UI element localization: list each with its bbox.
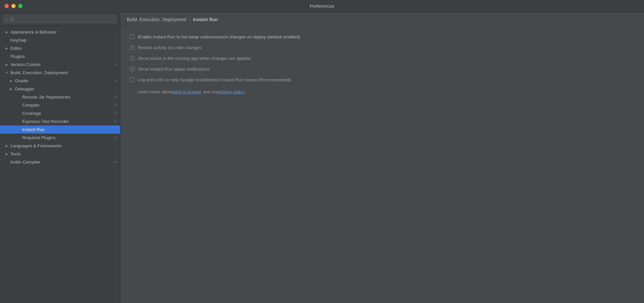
sidebar-item-espresso-test-recorder[interactable]: Espresso Test Recorder ⧉ (0, 117, 120, 125)
breadcrumb-current: Instant Run (193, 17, 218, 22)
chevron-right-icon: ▶ (5, 152, 9, 156)
checkbox-wrapper (130, 56, 135, 60)
option-log-extra-info: Log extra info to help Google troublesho… (130, 77, 634, 83)
enable-instant-run-label: Enable Instant Run to hot swap code/reso… (138, 34, 300, 40)
learn-more-middle: , and our (201, 89, 218, 94)
sidebar-item-label: Remote Jar Repositories (22, 95, 71, 99)
chevron-right-icon: ▶ (9, 87, 14, 91)
copy-icon: ⧉ (114, 95, 117, 99)
search-bar: ⌕ (0, 12, 120, 26)
show-status-notifications-checkbox[interactable] (130, 67, 135, 71)
chevron-right-icon: ▶ (5, 62, 9, 67)
copy-icon: ⧉ (114, 79, 117, 83)
restart-activity-label: Restart activity on code changes (138, 45, 201, 51)
content-body: Enable Instant Run to hot swap code/reso… (120, 26, 644, 303)
sidebar-item-gradle[interactable]: ▶ Gradle ⧉ (0, 77, 120, 85)
sidebar-item-required-plugins[interactable]: Required Plugins ⧉ (0, 134, 120, 142)
maximize-button[interactable] (18, 4, 22, 8)
checkbox-wrapper (130, 34, 135, 39)
content-area: Build, Execution, Deployment › Instant R… (120, 12, 644, 303)
chevron-right-icon: ▶ (5, 30, 9, 34)
chevron-placeholder (5, 160, 9, 165)
sidebar-item-keymap[interactable]: Keymap (0, 36, 120, 44)
chevron-placeholder (5, 54, 9, 59)
sidebar-item-label: Appearance & Behavior (10, 30, 57, 34)
sidebar-item-coverage[interactable]: Coverage ⧉ (0, 109, 120, 117)
sidebar-item-debugger[interactable]: ▶ Debugger (0, 85, 120, 93)
sidebar-item-compiler[interactable]: Compiler ⧉ (0, 101, 120, 109)
sidebar-item-tools[interactable]: ▶ Tools (0, 150, 120, 158)
sidebar-item-label: Plugins (10, 54, 25, 59)
sidebar: ⌕ ▶ Appearance & Behavior Keymap ▶ Edito… (0, 12, 120, 303)
sidebar-item-label: Espresso Test Recorder (22, 119, 69, 124)
restart-activity-checkbox[interactable] (130, 45, 135, 50)
sidebar-item-remote-jar-repositories[interactable]: Remote Jar Repositories ⧉ (0, 93, 120, 101)
copy-icon: ⧉ (114, 62, 117, 67)
copy-icon: ⧉ (114, 111, 117, 115)
sidebar-item-label: Tools (10, 152, 21, 156)
sidebar-item-kotlin-compiler[interactable]: Kotlin Compiler ⧉ (0, 158, 120, 166)
sidebar-item-label: Kotlin Compiler (10, 160, 40, 165)
copy-icon: ⧉ (114, 136, 117, 140)
breadcrumb: Build, Execution, Deployment › Instant R… (120, 12, 644, 26)
close-button[interactable] (5, 4, 9, 8)
sidebar-item-appearance-behavior[interactable]: ▶ Appearance & Behavior (0, 28, 120, 36)
chevron-placeholder (16, 136, 21, 140)
option-restart-activity: Restart activity on code changes (130, 45, 634, 51)
sidebar-item-label: Gradle (15, 78, 28, 83)
breadcrumb-parent: Build, Execution, Deployment (127, 17, 186, 22)
nav-tree: ▶ Appearance & Behavior Keymap ▶ Editor … (0, 26, 120, 303)
checkbox-wrapper (130, 67, 135, 71)
chevron-right-icon: ▶ (5, 46, 9, 51)
privacy-policy-link[interactable]: privacy policy. (218, 89, 245, 94)
learn-more-prefix: Learn more about (138, 89, 173, 94)
enable-instant-run-checkbox[interactable] (130, 34, 135, 39)
breadcrumb-separator: › (189, 17, 190, 22)
option-enable-instant-run: Enable Instant Run to hot swap code/reso… (130, 34, 634, 40)
option-show-toasts: Show toasts in the running app when chan… (130, 56, 634, 62)
chevron-right-icon: ▶ (5, 144, 9, 148)
chevron-placeholder (16, 103, 21, 108)
chevron-placeholder (16, 111, 21, 116)
sidebar-item-label: Languages & Frameworks (10, 143, 62, 148)
copy-icon: ⧉ (114, 160, 117, 164)
log-extra-info-checkbox[interactable] (130, 77, 135, 82)
chevron-right-icon: ▶ (9, 79, 14, 83)
sidebar-item-instant-run[interactable]: Instant Run (0, 125, 120, 134)
sidebar-item-label: Keymap (10, 38, 27, 43)
sidebar-item-editor[interactable]: ▶ Editor (0, 44, 120, 52)
sidebar-item-label: Instant Run (22, 127, 45, 132)
title-bar: Preferences (0, 0, 644, 12)
window-title: Preferences (310, 4, 334, 9)
chevron-placeholder (16, 95, 21, 99)
sidebar-item-version-control[interactable]: ▶ Version Control ⧉ (0, 60, 120, 69)
sidebar-item-label: Compiler (22, 103, 40, 108)
checkbox-wrapper (130, 77, 135, 82)
checkbox-wrapper (130, 45, 135, 50)
sidebar-item-label: Coverage (22, 111, 41, 116)
show-toasts-checkbox[interactable] (130, 56, 135, 60)
minimize-button[interactable] (11, 4, 16, 8)
search-input-wrapper[interactable]: ⌕ (3, 15, 117, 23)
what-is-logged-link[interactable]: what is logged (173, 89, 201, 94)
search-icon: ⌕ (6, 17, 8, 21)
show-status-notifications-label: Show Instant Run status notifications (138, 66, 210, 72)
sidebar-item-build-execution-deployment[interactable]: ▼ Build, Execution, Deployment (0, 69, 120, 77)
traffic-lights (5, 4, 22, 8)
option-show-status-notifications: Show Instant Run status notifications (130, 66, 634, 72)
show-toasts-label: Show toasts in the running app when chan… (138, 56, 251, 62)
sidebar-item-languages-frameworks[interactable]: ▶ Languages & Frameworks (0, 142, 120, 150)
main-layout: ⌕ ▶ Appearance & Behavior Keymap ▶ Edito… (0, 12, 644, 303)
learn-more-row: Learn more about what is logged , and ou… (130, 89, 634, 94)
sidebar-item-label: Build, Execution, Deployment (10, 70, 68, 75)
search-input[interactable] (10, 17, 114, 21)
sidebar-item-plugins[interactable]: Plugins (0, 52, 120, 60)
log-extra-info-label: Log extra info to help Google troublesho… (138, 77, 291, 83)
sidebar-item-label: Version Control (10, 62, 40, 67)
chevron-placeholder (16, 127, 21, 132)
sidebar-item-label: Debugger (15, 86, 34, 91)
sidebar-item-label: Editor (10, 46, 22, 51)
chevron-placeholder (5, 38, 9, 43)
sidebar-item-label: Required Plugins (22, 135, 56, 140)
copy-icon: ⧉ (114, 103, 117, 107)
